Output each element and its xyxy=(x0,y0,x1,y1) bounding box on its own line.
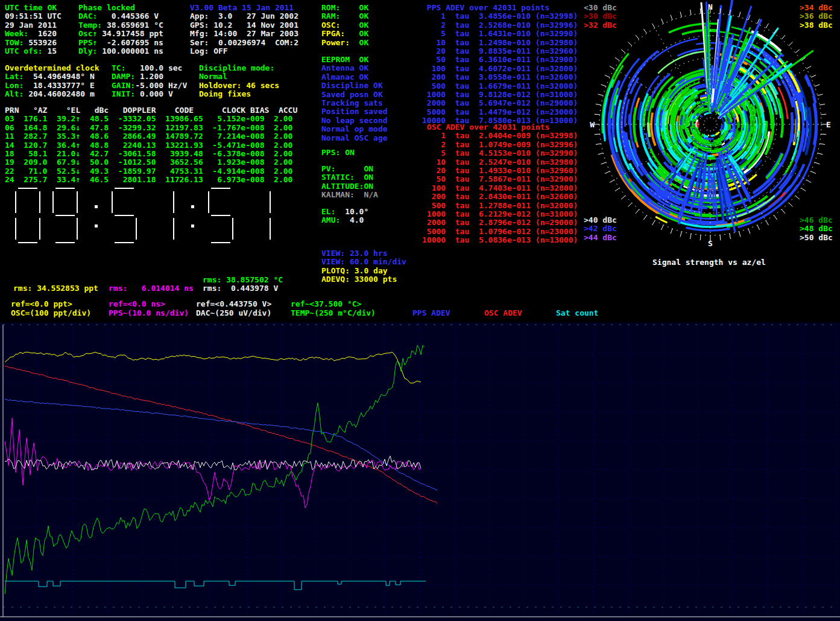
eeprom-block-line: Position saved xyxy=(321,107,388,116)
pps-adev-block-line: 2000 tau 5.6947e-012 (n=29000) xyxy=(422,99,578,107)
rim-tick xyxy=(643,29,646,33)
view-block-line: VIEW: 60.0 min/div xyxy=(321,258,406,266)
phase-block-line: PPS↑ -2.607695 ns xyxy=(78,39,163,47)
eeprom-block-line: No leap second xyxy=(321,116,388,125)
osc-adev-block-line: 200 tau 2.8430e-011 (n=32600) xyxy=(422,193,578,201)
loop-params-block-line: DAMP: 1.200 xyxy=(112,72,187,81)
rim-tick xyxy=(601,162,606,164)
rim-tick xyxy=(601,84,606,86)
view-block-line: VIEW: 23.0 hrs xyxy=(321,249,406,258)
clock-colon-dot xyxy=(95,225,98,228)
big-digital-clock xyxy=(14,187,286,247)
rim-tick xyxy=(700,8,701,14)
clock-colon-dot xyxy=(191,205,194,208)
pps-adev-block-line: 5 tau 1.6431e-010 (n=32990) xyxy=(422,30,578,38)
utc-time-block-line: UTC time OK xyxy=(5,4,62,12)
label-osc-adev-line: OSC ADEV xyxy=(484,309,522,317)
ref-temp: ref~<37.500 °C> xyxy=(291,300,361,308)
rim-tick xyxy=(605,75,610,77)
discipline-block-line: Holdover: 46 secs xyxy=(199,81,279,90)
rim-tick xyxy=(819,104,825,105)
ref-temp-line: ref~<37.500 °C> xyxy=(291,300,361,308)
rim-tick xyxy=(757,225,760,230)
view-block-line: PLOTQ: 3.0 day xyxy=(321,267,406,275)
rim-tick xyxy=(610,66,614,69)
selftest-block-line: OSC: OK xyxy=(321,21,368,30)
rim-tick xyxy=(789,203,792,206)
loop-params-block: TC: 100.0 secDAMP: 1.200GAIN:-5.000 Hz/V… xyxy=(112,64,187,99)
eeprom-block-line: Saved posn OK xyxy=(321,91,388,99)
eeprom-block-line: Antenna OK xyxy=(321,64,388,72)
osc-adev-block-line: OSC ADEV over 42031 points xyxy=(422,123,578,132)
rms-pps: rms: 6.014014 ns xyxy=(109,284,194,293)
osc-adev-block: OSC ADEV over 42031 points 1 tau 2.0404e… xyxy=(422,123,578,244)
phase-block-line: DAC: 0.445366 V xyxy=(78,12,163,21)
osc-adev-block-line: 10 tau 2.5247e-010 (n=32980) xyxy=(422,158,578,167)
rim-tick xyxy=(628,42,632,46)
rim-tick xyxy=(815,162,819,164)
osc-adev-block-line: 1 tau 2.0404e-009 (n=32998) xyxy=(422,132,578,140)
osc-adev-block-line: 2000 tau 2.8796e-012 (n=29000) xyxy=(422,218,578,227)
sat-table-block-line: 22 71.0 52.5↓ 49.3 -1859.97 4753.31 -4.9… xyxy=(5,167,297,176)
el-amu-block-line: AMU: 4.0 xyxy=(321,216,368,225)
rim-tick xyxy=(818,153,823,154)
rim-tick xyxy=(595,134,600,135)
rim-tick xyxy=(652,220,655,225)
osc-adev-block-line: 100 tau 4.7403e-011 (n=32800) xyxy=(422,184,578,193)
rim-tick xyxy=(782,209,785,214)
label-osc-adev: OSC ADEV xyxy=(484,309,522,317)
history-plot[interactable] xyxy=(0,322,840,621)
rim-tick xyxy=(598,153,604,154)
sat-table-block-line: 14 120.7 36.4↑ 48.8 2240.13 13221.93 -5.… xyxy=(5,141,297,150)
eeprom-block: EEPROM OKAntenna OKAlmanac OKDiscipline … xyxy=(321,56,388,142)
rim-tick xyxy=(811,75,816,77)
overdetermined-block-line: Lat: 54.4964948° N xyxy=(5,72,99,81)
loop-params-block-line: TC: 100.0 sec xyxy=(112,64,187,72)
cardinal-label: E xyxy=(826,120,831,129)
polar-az-el-map: NSEW xyxy=(573,0,840,253)
pps-state-block-line: PPS: ON xyxy=(321,148,355,157)
ref-dac: ref=<0.443750 V> xyxy=(196,300,271,308)
overdetermined-block: Overdetermined clockLat: 54.4964948° NLo… xyxy=(5,64,99,99)
rim-tick xyxy=(739,232,741,237)
cardinal-label: S xyxy=(708,239,713,248)
rim-tick xyxy=(671,15,672,20)
rms-osc: rms: 34.552853 ppt xyxy=(13,284,98,293)
rim-tick xyxy=(636,35,639,39)
rim-tick xyxy=(774,215,777,220)
rim-tick xyxy=(806,66,811,69)
discipline-block-line: Doing fixes xyxy=(199,90,279,98)
rim-tick xyxy=(801,188,806,191)
utc-time-block-line: 29 Jan 2011 xyxy=(5,21,62,30)
rim-tick xyxy=(739,12,741,18)
rim-tick xyxy=(795,49,800,53)
selftest-block: ROM: OKRAM: OKOSC: OKFPGA: OKPower: OK xyxy=(321,4,368,47)
rim-tick xyxy=(615,57,619,60)
rim-tick xyxy=(720,235,721,240)
eeprom-block-line: Almanac OK xyxy=(321,73,388,81)
rim-tick xyxy=(748,229,750,234)
rim-tick xyxy=(818,94,823,95)
phase-block-line: Osc↑ 34.917458 ppt xyxy=(78,30,163,38)
osc-adev-block-line: 20 tau 1.4933e-010 (n=32960) xyxy=(422,167,578,175)
discipline-block-line: Normal xyxy=(199,72,279,81)
overdetermined-block-line: Overdetermined clock xyxy=(5,64,99,72)
sat-table-block-line: 19 209.0 67.9↓ 50.0 -1012.50 3652.56 1.9… xyxy=(5,158,297,167)
version-block: V3.00 Beta 15 Jan 2011App: 3.0 27 Jun 20… xyxy=(190,4,298,56)
clock-colon-dot xyxy=(191,225,194,228)
sat-table-block: PRN °AZ °EL dBc DOPPLER CODE CLOCK BIAS … xyxy=(5,106,297,185)
rms-osc-line: rms: 34.552853 ppt xyxy=(13,284,98,293)
eeprom-block-line: Tracking sats xyxy=(321,99,388,107)
scale-pps: PPS~(10.0 ns/div) xyxy=(109,309,189,317)
version-block-line: V3.00 Beta 15 Jan 2011 xyxy=(190,4,298,12)
rim-tick xyxy=(615,188,619,191)
pps-adev-block-line: PPS ADEV over 42031 points xyxy=(422,4,578,12)
rim-tick xyxy=(596,104,601,105)
label-sat-count: Sat count xyxy=(556,309,598,317)
rim-tick xyxy=(621,196,625,199)
pps-adev-block-line: 50 tau 6.3610e-011 (n=32900) xyxy=(422,56,578,64)
osc-adev-block-line: 10000 tau 5.0836e-013 (n=13000) xyxy=(422,236,578,244)
selftest-block-line: ROM: OK xyxy=(321,4,368,12)
el-amu-block-line: EL: 10.0° xyxy=(321,208,368,216)
rim-tick xyxy=(671,229,672,234)
